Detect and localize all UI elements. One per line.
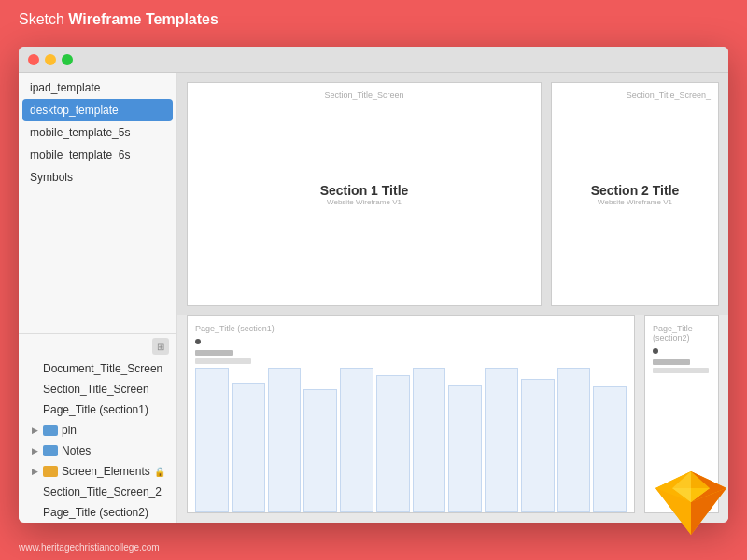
wf-columns [195,368,627,512]
title-light: Sketch [19,11,68,27]
wf-dot-right [653,348,658,354]
section-title-label: Section_Title_Screen [43,383,149,396]
wf-col-5 [340,368,374,512]
wf-text-r1 [653,359,690,365]
wf-col-6 [376,375,410,512]
sidebar-bottom: ⊞ Document_Title_Screen Section_Title_Sc… [19,333,176,523]
title-bold: Wireframe Templates [68,11,218,27]
wf-text-1 [195,350,233,356]
wf-col-1 [195,368,229,512]
artboard-bottom: Page_Title (section1) [177,315,728,523]
page-title-2-label: Page_Title (section2) [43,506,148,519]
artboard-top: Section_Title_Screen Section 1 Title Web… [177,73,728,315]
section1-title-block: Section 1 Title Website Wireframe V1 [320,183,409,206]
window-body: ipad_template desktop_template mobile_te… [19,73,728,523]
wf-col-7 [413,368,446,512]
expand-arrow: ▶ [30,467,39,476]
traffic-lights [28,54,73,65]
sidebar-item-screen-elements[interactable]: ▶ Screen_Elements 🔒 [19,461,176,482]
lock-icon: 🔒 [154,467,165,477]
sidebar-item-page-title-2[interactable]: Page_Title (section2) [19,502,176,523]
wf-col-10 [521,379,555,512]
sidebar-item-section-title[interactable]: Section_Title_Screen [19,379,176,399]
layer-panel-icon[interactable]: ⊞ [152,338,169,355]
sidebar: ipad_template desktop_template mobile_te… [19,73,177,523]
sidebar-item-page-title-1[interactable]: Page_Title (section1) [19,399,176,420]
section2-title: Section 2 Title [591,183,680,198]
title-bar [19,47,728,73]
folder-icon-blue [43,425,58,436]
wf-text-2 [195,358,251,364]
wireframe-left-label: Page_Title (section1) [195,324,627,333]
maximize-button[interactable] [62,54,73,65]
artboard-frame-right: Section_Title_Screen_ Section 2 Title We… [551,82,719,306]
section2-sub: Website Wireframe V1 [591,198,680,206]
artboard-top-right-label: Section_Title_Screen_ [627,91,711,100]
footer-url: www.heritagechristiancollege.com [19,542,160,553]
expand-arrow [30,508,39,517]
sidebar-item-pin[interactable]: ▶ pin [19,420,176,441]
wf-text-r2 [653,368,709,373]
section2-title-block: Section 2 Title Website Wireframe V1 [591,183,680,206]
folder-icon-orange [43,466,58,477]
section-title-2-label: Section_Title_Screen_2 [43,485,162,498]
wf-col-12 [593,386,627,512]
artboard-frame-left: Section_Title_Screen Section 1 Title Web… [187,82,542,306]
page-header: Sketch Wireframe Templates [0,0,747,37]
page-title-1-label: Page_Title (section1) [43,403,148,416]
main-content: Section_Title_Screen Section 1 Title Web… [177,73,728,523]
sketch-logo [654,469,728,537]
wf-col-11 [557,368,591,512]
expand-arrow: ▶ [30,426,39,435]
sidebar-item-mobile-6s[interactable]: mobile_template_6s [19,144,176,166]
pin-label: pin [62,424,77,437]
sidebar-item-desktop-template[interactable]: desktop_template [22,99,173,121]
sidebar-item-mobile-5s[interactable]: mobile_template_5s [19,121,176,144]
minimize-button[interactable] [45,54,56,65]
notes-label: Notes [62,444,91,457]
expand-arrow [30,364,39,373]
sidebar-item-ipad-template[interactable]: ipad_template [19,77,176,99]
sidebar-bottom-header: ⊞ [19,334,176,358]
artboard-top-left-label: Section_Title_Screen [324,91,403,100]
expand-arrow: ▶ [30,446,39,455]
wf-col-3 [268,368,302,512]
folder-icon-blue-notes [43,445,58,456]
wf-col-8 [448,385,482,513]
wf-dot [195,339,201,344]
expand-arrow [30,487,39,497]
close-button[interactable] [28,54,39,65]
wf-col-9 [485,368,518,512]
expand-arrow [30,405,39,414]
section1-sub: Website Wireframe V1 [320,198,409,206]
sidebar-top: ipad_template desktop_template mobile_te… [19,73,176,333]
wf-col-4 [303,389,337,512]
sidebar-item-symbols[interactable]: Symbols [19,166,176,189]
sidebar-item-notes[interactable]: ▶ Notes [19,441,176,461]
screen-elements-label: Screen_Elements [62,465,150,478]
section1-title: Section 1 Title [320,183,409,198]
wireframe-panel-left: Page_Title (section1) [187,315,635,513]
sidebar-item-doc-title[interactable]: Document_Title_Screen [19,358,176,379]
footer: www.heritagechristiancollege.com [19,542,160,553]
expand-arrow [30,385,39,394]
sidebar-item-section-title-2[interactable]: Section_Title_Screen_2 [19,482,176,502]
wf-col-2 [232,383,265,513]
mac-window: ipad_template desktop_template mobile_te… [19,47,728,523]
doc-title-label: Document_Title_Screen [43,362,162,375]
wireframe-right-label: Page_Title (section2) [653,324,711,343]
